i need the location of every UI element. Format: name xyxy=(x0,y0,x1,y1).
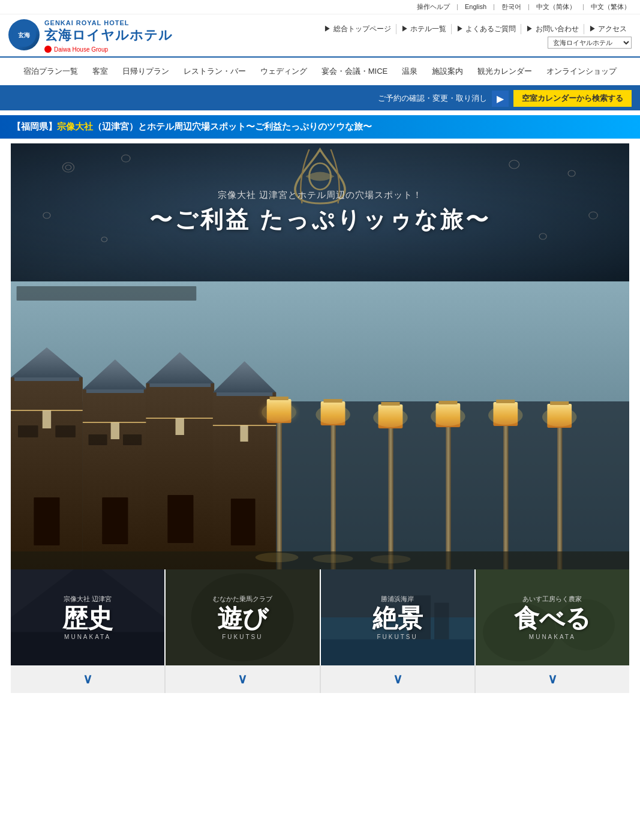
hotel-japanese-name: 玄海ロイヤルホテル xyxy=(44,26,173,44)
svg-rect-30 xyxy=(123,434,142,445)
svg-rect-53 xyxy=(381,402,399,406)
daiwa-dot xyxy=(44,46,52,53)
cards-row: 宗像大社 辺津宮 歴史 MUNAKATA むなかた乗馬クラブ 遊び FUKUTS… xyxy=(11,569,629,665)
card-0-overlay: 宗像大社 辺津宮 歴史 MUNAKATA xyxy=(11,569,164,665)
logo-text: GENKAI ROYAL HOTEL 玄海ロイヤルホテル Daiwa House… xyxy=(44,19,173,53)
card-0-kanji: 歴史 xyxy=(62,606,113,631)
card-2[interactable]: 勝浦浜海岸 絶景 FUKUTSU xyxy=(321,569,476,665)
utility-bar: 操作ヘルプ | English | 한국어 | 中文（简体） | 中文（繁体） xyxy=(0,0,640,14)
reservation-text: ご予約の確認・変更・取り消し xyxy=(378,93,487,104)
page-banner-text: 【福岡県】宗像大社（辺津宮）とホテル周辺穴場スポット〜ご利益たっぷりのツウな旅〜 xyxy=(12,121,372,131)
nav-link-contact[interactable]: ▶ お問い合わせ xyxy=(521,24,583,34)
page-banner: 【福岡県】宗像大社（辺津宮）とホテル周辺穴場スポット〜ご利益たっぷりのツウな旅〜 xyxy=(0,115,640,139)
chevron-0[interactable]: ∨ xyxy=(11,665,166,693)
svg-rect-43 xyxy=(277,401,282,569)
svg-rect-29 xyxy=(88,434,107,445)
logo-svg: 玄海 xyxy=(11,22,37,48)
card-3[interactable]: あいす工房らく農家 食べる MUNAKATA xyxy=(476,569,629,665)
svg-rect-65 xyxy=(550,401,569,405)
card-0-roman: MUNAKATA xyxy=(64,634,111,640)
card-1-kanji: 遊び xyxy=(217,606,268,631)
svg-rect-21 xyxy=(18,425,38,437)
svg-rect-42 xyxy=(231,499,256,545)
svg-rect-41 xyxy=(240,425,248,442)
nav-onsen[interactable]: 温泉 xyxy=(395,58,425,85)
svg-point-69 xyxy=(313,554,353,563)
svg-rect-63 xyxy=(557,407,562,569)
hotel-select[interactable]: 玄海ロイヤルホテル xyxy=(548,37,632,49)
nav-tourism[interactable]: 観光カレンダー xyxy=(470,58,539,85)
svg-rect-17 xyxy=(14,377,79,381)
card-1-roman: FUKUTSU xyxy=(222,634,263,640)
card-0[interactable]: 宗像大社 辺津宮 歴史 MUNAKATA xyxy=(11,569,166,665)
nav-link-faq[interactable]: ▶ よくあるご質問 xyxy=(451,24,521,34)
chevron-1[interactable]: ∨ xyxy=(166,665,320,693)
daiwa-label: Daiwa House Group xyxy=(54,46,108,53)
svg-rect-36 xyxy=(167,495,193,543)
card-2-roman: FUKUTSU xyxy=(377,634,418,640)
nav-shop[interactable]: オンラインショップ xyxy=(539,58,624,85)
header-nav: ▶ 総合トップページ ▶ ホテル一覧 ▶ よくあるご質問 ▶ お問い合わせ ▶ … xyxy=(319,24,632,49)
logo-circle: 玄海 xyxy=(8,19,40,50)
nav-link-top[interactable]: ▶ 総合トップページ xyxy=(319,24,395,34)
svg-rect-71 xyxy=(17,286,197,301)
reservation-arrow[interactable]: ▶ xyxy=(492,91,509,107)
hero-image: 宗像大社 辺津宮とホテル周辺の穴場スポット！ 〜ご利益 たっぷりッゥな旅〜 xyxy=(11,143,629,281)
card-1-overlay: むなかた乗馬クラブ 遊び FUKUTSU xyxy=(166,569,319,665)
chevron-icon-3: ∨ xyxy=(548,671,557,687)
hotel-search: 玄海ロイヤルホテル xyxy=(548,37,632,49)
chinese-trad-link[interactable]: 中文（繁体） xyxy=(591,3,630,10)
chevron-row: ∨ ∨ ∨ ∨ xyxy=(11,665,629,693)
card-2-kanji: 絶景 xyxy=(372,606,423,631)
card-0-location: 宗像大社 辺津宮 xyxy=(64,595,112,604)
chevron-icon-2: ∨ xyxy=(393,671,402,687)
shrine-svg xyxy=(11,281,629,569)
logo-area: 玄海 GENKAI ROYAL HOTEL 玄海ロイヤルホテル Daiwa Ho… xyxy=(8,19,173,53)
banner-highlight: 宗像大社 xyxy=(57,121,93,131)
svg-rect-51 xyxy=(388,407,393,569)
svg-point-54 xyxy=(373,408,408,427)
shrine-section: 宗像大社 辺津宮の末社（日暮れの風景） 響灘・玄界灘を臨む福岡県北東部の宗像市に… xyxy=(11,281,629,569)
svg-rect-25 xyxy=(86,389,144,393)
svg-rect-33 xyxy=(149,383,211,387)
help-link[interactable]: 操作ヘルプ xyxy=(417,3,450,10)
svg-rect-27 xyxy=(111,422,119,439)
chevron-3[interactable]: ∨ xyxy=(476,665,629,693)
separator-2: | xyxy=(493,3,495,10)
svg-rect-55 xyxy=(446,406,450,569)
svg-rect-22 xyxy=(55,425,76,437)
nav-wedding[interactable]: ウェディング xyxy=(253,58,314,85)
korean-link[interactable]: 한국어 xyxy=(501,3,521,10)
nav-banquet[interactable]: 宴会・会議・MICE xyxy=(314,58,395,85)
chevron-icon-0: ∨ xyxy=(83,671,92,687)
separator-4: | xyxy=(582,3,584,10)
nav-link-access[interactable]: ▶ アクセス xyxy=(584,24,632,34)
daiwa-house-group: Daiwa House Group xyxy=(44,46,173,53)
nav-day-plans[interactable]: 日帰りプラン xyxy=(115,58,176,85)
svg-rect-61 xyxy=(496,400,515,403)
availability-search-button[interactable]: 空室カレンダーから検索する xyxy=(513,90,632,107)
nav-rooms[interactable]: 客室 xyxy=(85,58,115,85)
hero-title: 〜ご利益 たっぷりッゥな旅〜 xyxy=(149,205,491,235)
svg-rect-49 xyxy=(323,399,342,403)
card-1-location: むなかた乗馬クラブ xyxy=(213,595,272,604)
separator-1: | xyxy=(456,3,458,10)
nav-link-hotels[interactable]: ▶ ホテル一覧 xyxy=(396,24,451,34)
nav-facilities[interactable]: 施設案内 xyxy=(425,58,470,85)
card-3-location: あいす工房らく農家 xyxy=(522,595,582,604)
header: 玄海 GENKAI ROYAL HOTEL 玄海ロイヤルホテル Daiwa Ho… xyxy=(0,14,640,56)
card-3-kanji: 食べる xyxy=(514,606,591,631)
svg-point-70 xyxy=(370,555,410,563)
separator-3: | xyxy=(528,3,530,10)
card-2-location: 勝浦浜海岸 xyxy=(381,595,414,604)
english-link[interactable]: English xyxy=(465,3,486,10)
card-2-overlay: 勝浦浜海岸 絶景 FUKUTSU xyxy=(321,569,474,665)
svg-rect-47 xyxy=(330,404,335,569)
nav-stay-plans[interactable]: 宿泊プラン一覧 xyxy=(16,58,85,85)
hero-section: 宗像大社 辺津宮とホテル周辺の穴場スポット！ 〜ご利益 たっぷりッゥな旅〜 xyxy=(11,143,629,281)
chinese-simple-link[interactable]: 中文（简体） xyxy=(536,3,576,10)
chevron-2[interactable]: ∨ xyxy=(321,665,476,693)
card-1[interactable]: むなかた乗馬クラブ 遊び FUKUTSU xyxy=(166,569,320,665)
main-navigation: 宿泊プラン一覧 客室 日帰りプラン レストラン・バー ウェディング 宴会・会議・… xyxy=(0,56,640,86)
nav-restaurant[interactable]: レストラン・バー xyxy=(176,58,253,85)
